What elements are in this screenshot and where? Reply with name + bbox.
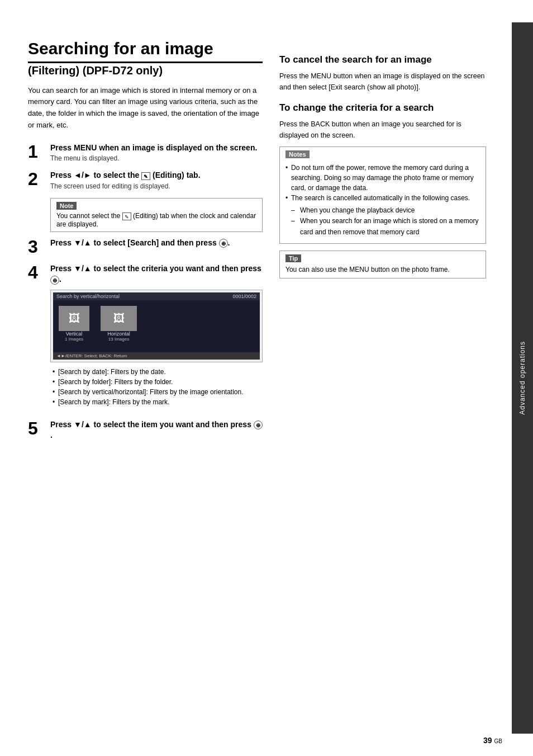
notes-label: Notes xyxy=(285,150,310,158)
change-criteria-heading: To change the criteria for a search xyxy=(279,102,486,114)
notes-box: Notes Do not turn off the power, remove … xyxy=(279,147,486,244)
enter-circle-4: ⊕ xyxy=(50,276,59,285)
page-title: Searching for an image (Filtering) (DPF-… xyxy=(28,39,263,77)
list-item: [Search by date]: Filters by the date. xyxy=(53,367,263,377)
thumb-vertical: 🖼 xyxy=(59,306,89,331)
step-number-4: 4 xyxy=(28,263,44,281)
cancel-search-heading: To cancel the search for an image xyxy=(279,54,486,66)
step-number-5: 5 xyxy=(28,419,44,437)
page-number: 39 GB xyxy=(483,736,502,745)
screenshot-item-vertical: 🖼 Vertical 1 Images xyxy=(59,306,89,342)
notes-dash-item-1: When you change the playback device xyxy=(291,205,480,216)
search-options-list: [Search by date]: Filters by the date. [… xyxy=(53,367,263,407)
step-2: 2 Press ◄/► to select the ✎ (Editing) ta… xyxy=(28,170,263,190)
screenshot-box: Search by vertical/horizontal 0001/0002 … xyxy=(50,290,263,362)
editing-icon: ✎ xyxy=(141,172,150,180)
list-item: [Search by vertical/horizontal]: Filters… xyxy=(53,387,263,397)
step-5: 5 Press ▼/▲ to select the item you want … xyxy=(28,419,263,441)
screenshot-footer: ◄►/ENTER: Select; BACK: Return xyxy=(53,352,260,360)
intro-text: You can search for an image which is sto… xyxy=(28,85,263,131)
step-3: 3 Press ▼/▲ to select [Search] and then … xyxy=(28,238,263,256)
tip-label: Tip xyxy=(285,254,301,262)
notes-dash-list: When you change the playback device When… xyxy=(291,205,480,238)
notes-item-1: Do not turn off the power, remove the me… xyxy=(285,163,480,193)
tip-text: You can also use the MENU button on the … xyxy=(285,264,480,275)
step-1-title: Press MENU when an image is displayed on… xyxy=(50,143,263,154)
section-cancel-search: To cancel the search for an image Press … xyxy=(279,54,486,93)
sidebar-label: Advanced operations xyxy=(518,341,526,415)
thumb-vertical-label: Vertical xyxy=(59,331,89,337)
note-step2-text: You cannot select the ✎ (Editing) tab wh… xyxy=(56,212,256,228)
screenshot-item-horizontal: 🖼 Horizontal 13 Images xyxy=(101,306,137,342)
step-2-desc: The screen used for editing is displayed… xyxy=(50,182,263,190)
editing-icon-note: ✎ xyxy=(122,212,131,220)
enter-circle-3: ⊕ xyxy=(219,239,228,248)
step-number-3: 3 xyxy=(28,238,44,256)
screenshot-header-right: 0001/0002 xyxy=(232,294,256,299)
thumb-horizontal-label: Horizontal xyxy=(101,331,137,337)
screenshot-header: Search by vertical/horizontal 0001/0002 xyxy=(53,292,260,300)
step-number-1: 1 xyxy=(28,143,44,160)
sidebar-right: Advanced operations xyxy=(512,22,533,734)
list-item: [Search by mark]: Filters by the mark. xyxy=(53,397,263,407)
note-step2: Note You cannot select the ✎ (Editing) t… xyxy=(50,198,263,232)
step-4: 4 Press ▼/▲ to select the criteria you w… xyxy=(28,263,263,412)
notes-dash-item-2: When you search for an image which is st… xyxy=(291,216,480,237)
thumb-horizontal-count: 13 Images xyxy=(101,337,137,342)
list-item: [Search by folder]: Filters by the folde… xyxy=(53,377,263,387)
thumb-vertical-count: 1 Images xyxy=(59,337,89,342)
change-criteria-text: Press the BACK button when an image you … xyxy=(279,119,486,141)
step-3-title: Press ▼/▲ to select [Search] and then pr… xyxy=(50,238,263,249)
notes-item-2: The search is cancelled automatically in… xyxy=(285,193,480,203)
step-2-title: Press ◄/► to select the ✎ (Editing) tab. xyxy=(50,170,263,181)
step-5-title: Press ▼/▲ to select the item you want an… xyxy=(50,419,263,441)
notes-list: Do not turn off the power, remove the me… xyxy=(285,163,480,203)
tip-box: Tip You can also use the MENU button on … xyxy=(279,251,486,278)
step-1: 1 Press MENU when an image is displayed … xyxy=(28,143,263,163)
screenshot-header-left: Search by vertical/horizontal xyxy=(56,294,120,299)
step-number-2: 2 xyxy=(28,170,44,188)
cancel-search-text: Press the MENU button when an image is d… xyxy=(279,70,486,93)
step-4-title: Press ▼/▲ to select the criteria you wan… xyxy=(50,263,263,285)
section-change-criteria: To change the criteria for a search Pres… xyxy=(279,102,486,141)
screenshot-body: 🖼 Vertical 1 Images 🖼 Horizont xyxy=(53,300,260,347)
step-1-desc: The menu is displayed. xyxy=(50,154,263,162)
thumb-horizontal: 🖼 xyxy=(101,306,137,331)
enter-circle-5: ⊕ xyxy=(254,420,263,429)
